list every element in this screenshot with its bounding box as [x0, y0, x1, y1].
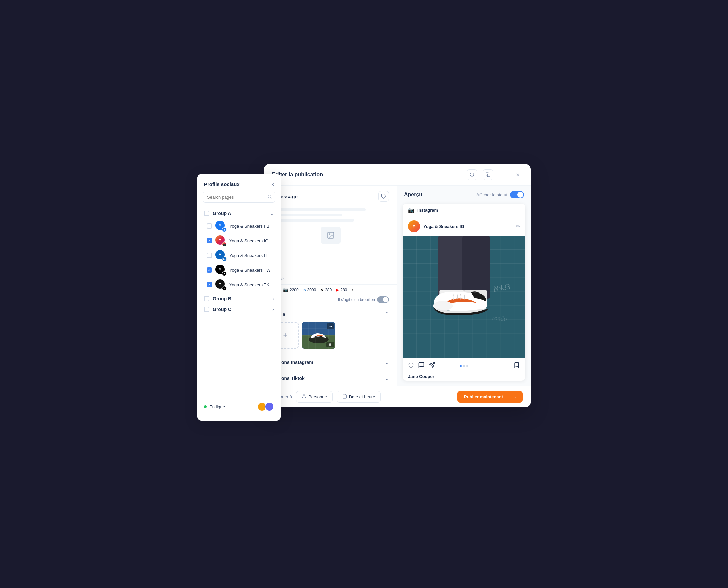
stat-ig: 📷 2200	[283, 287, 299, 292]
social-panel-header: Profils sociaux ‹	[197, 174, 281, 192]
profile-ig-name: Yoga & Sneakers IG	[229, 238, 268, 243]
ig-platform-name: Instagram	[417, 208, 438, 213]
tk-badge: ♪	[222, 286, 227, 291]
message-input[interactable]	[264, 202, 397, 273]
svg-text:rondo: rondo	[492, 314, 507, 322]
svg-line-1	[271, 197, 272, 198]
media-delete-button[interactable]: 🗑	[326, 342, 334, 347]
modal-titlebar: Editer la publication — ✕	[264, 164, 531, 186]
media-thumb-overlay: ··· 🗑	[302, 322, 335, 349]
search-icon	[267, 194, 272, 200]
placeholder-line	[272, 208, 366, 211]
options-tiktok-chevron-icon: ⌄	[385, 375, 389, 381]
personne-button[interactable]: Personne	[296, 391, 333, 403]
groups-list: Group A ⌄ Y f Yoga & Sneakers FB	[197, 208, 281, 398]
profile-fb-icon-wrap: Y f	[215, 220, 226, 231]
close-button[interactable]: ✕	[513, 170, 523, 179]
list-item[interactable]: Y f Yoga & Sneakers FB	[205, 219, 275, 233]
stat-tw: ✕ 280	[320, 287, 332, 292]
publish-dropdown-icon[interactable]: ⌄	[509, 391, 523, 403]
check-icon[interactable]: ○	[281, 276, 284, 282]
message-area: e message	[264, 186, 397, 386]
group-c-header[interactable]: Group C ›	[203, 304, 275, 315]
group-b-checkbox[interactable]	[204, 296, 209, 301]
list-item[interactable]: Y ♪ Yoga & Sneakers TK	[205, 277, 275, 292]
svg-rect-32	[438, 236, 466, 299]
ig-dot-1	[460, 365, 462, 367]
stat-yt: ▶ 280	[336, 287, 347, 292]
status-toggle-area: Afficher le statut	[476, 191, 524, 198]
group-c-chevron-icon: ›	[272, 307, 274, 312]
ig-heart-icon[interactable]: ♡	[408, 362, 414, 370]
li-badge: in	[222, 257, 227, 261]
undo-button[interactable]	[467, 169, 477, 180]
ig-comment-icon[interactable]	[418, 362, 425, 370]
message-image-placeholder	[321, 227, 341, 244]
profile-li-name: Yoga & Sneakers LI	[229, 253, 267, 258]
yt-stat-icon: ▶	[336, 287, 339, 292]
svg-rect-2	[487, 174, 490, 177]
group-a-profiles: Y f Yoga & Sneakers FB Y 📷 Yoga & Sneake…	[205, 219, 275, 292]
profile-li-checkbox[interactable]	[207, 253, 212, 258]
titlebar-divider	[461, 171, 461, 178]
options-instagram-header[interactable]: Options Instagram ⌄	[264, 354, 397, 370]
media-grid: +	[264, 322, 397, 354]
preview-title: Aperçu	[404, 192, 422, 198]
list-item[interactable]: Y 📷 Yoga & Sneakers IG	[205, 233, 275, 248]
tk-stat-icon: ♪	[351, 287, 353, 292]
draft-toggle[interactable]	[377, 296, 389, 303]
avatar-stack	[257, 402, 274, 411]
media-section: Media ⌃ +	[264, 306, 397, 354]
tag-button[interactable]	[378, 191, 389, 202]
message-toolbar: ♡ ○	[264, 273, 397, 284]
ig-dot-2	[463, 365, 465, 367]
profile-ig-checkbox[interactable]	[207, 238, 212, 243]
list-item[interactable]: Y ✕ Yoga & Sneakers TW	[205, 262, 275, 277]
date-label: Date et heure	[349, 394, 375, 399]
group-b-label: Group B	[213, 296, 269, 301]
ig-edit-icon[interactable]: ✏	[516, 223, 520, 230]
options-tiktok-header[interactable]: Options Tiktok ⌄	[264, 370, 397, 386]
profile-fb-checkbox[interactable]	[207, 223, 212, 229]
footer-bar: Attribuer à Personne	[264, 386, 531, 407]
preview-header: Aperçu Afficher le statut	[397, 186, 531, 204]
media-options-button[interactable]: ···	[327, 323, 334, 329]
group-b-chevron-icon: ›	[272, 296, 274, 301]
options-instagram-chevron-icon: ⌄	[385, 359, 389, 365]
ig-bookmark-icon[interactable]	[513, 362, 520, 370]
publish-main-label: Publier maintenant	[457, 391, 509, 403]
search-box	[203, 192, 275, 203]
options-instagram-section: Options Instagram ⌄	[264, 354, 397, 370]
search-input[interactable]	[203, 192, 275, 203]
media-section-header[interactable]: Media ⌃	[264, 306, 397, 322]
main-modal: Editer la publication — ✕ e	[264, 164, 531, 407]
preview-area: Aperçu Afficher le statut 📷 Instagram Y …	[397, 186, 531, 386]
profile-fb-name: Yoga & Sneakers FB	[229, 224, 269, 229]
tw-stat-icon: ✕	[320, 287, 324, 292]
online-indicator	[204, 405, 207, 408]
group-a-label: Group A	[213, 211, 267, 216]
duplicate-button[interactable]	[483, 169, 493, 180]
group-c-checkbox[interactable]	[204, 307, 209, 312]
group-b-header[interactable]: Group B ›	[203, 293, 275, 304]
media-thumbnail: ··· 🗑	[302, 322, 335, 349]
list-item[interactable]: Y in Yoga & Sneakers LI	[205, 248, 275, 262]
ig-share-icon[interactable]	[429, 362, 435, 370]
profile-tk-icon-wrap: Y ♪	[215, 279, 226, 290]
placeholder-line	[272, 219, 354, 222]
group-a-header[interactable]: Group A ⌄	[203, 208, 275, 219]
online-label: En ligne	[209, 404, 255, 410]
collapse-panel-icon[interactable]: ‹	[272, 181, 274, 188]
minimize-button[interactable]: —	[499, 170, 508, 179]
status-toggle[interactable]	[510, 191, 524, 198]
stat-tk: ♪	[351, 287, 353, 292]
profile-tw-checkbox[interactable]	[207, 267, 212, 273]
group-a-checkbox[interactable]	[204, 211, 209, 216]
date-button[interactable]: Date et heure	[337, 391, 381, 403]
publish-button[interactable]: Publier maintenant ⌄	[457, 391, 523, 403]
sneaker-preview-image: N#33 rondo	[403, 236, 525, 358]
media-chevron-icon: ⌃	[385, 311, 389, 317]
profile-tk-checkbox[interactable]	[207, 282, 212, 287]
group-c-label: Group C	[213, 307, 269, 312]
calendar-icon	[342, 394, 347, 400]
